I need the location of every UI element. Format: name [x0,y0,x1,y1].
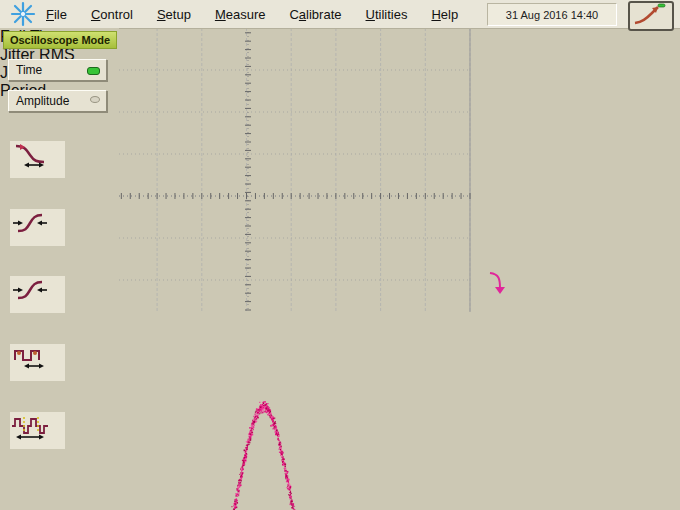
oscilloscope-screen: File Control Setup Measure Calibrate Uti… [0,0,680,510]
mode-header: Oscilloscope Mode [3,31,117,49]
menu-file[interactable]: File [46,7,67,22]
menu-help[interactable]: Help [431,7,458,22]
menu-setup[interactable]: Setup [157,7,191,22]
time-led-icon [87,67,100,75]
trace-end-arrow-icon [488,270,508,298]
menu-utilities[interactable]: Utilities [366,7,408,22]
fall-time-button[interactable] [10,141,65,178]
sidebar: Oscilloscope Mode Time Amplitude Fall Ti… [0,28,119,463]
period-icon [10,344,50,372]
menu-control[interactable]: Control [91,7,133,22]
jitter-pp-button[interactable] [10,276,65,313]
period-button[interactable] [10,344,65,381]
touchscreen-trace-icon[interactable] [628,1,674,31]
menu-measure[interactable]: Measure [215,7,266,22]
time-dropdown[interactable]: Time [8,59,107,81]
datetime-display: 31 Aug 2016 14:40 [487,3,617,26]
agilent-spark-icon [8,1,38,27]
jitter-rms-icon [10,209,50,237]
menu-calibrate[interactable]: Calibrate [289,7,341,22]
jitter-pp-icon [10,276,50,304]
amplitude-led-icon [90,96,100,103]
menu-bar: File Control Setup Measure Calibrate Uti… [0,0,680,29]
pattern-measure-button[interactable] [10,412,65,449]
amplitude-dropdown[interactable]: Amplitude [8,90,107,112]
jitter-rms-button[interactable] [10,209,65,246]
fall-time-icon [10,141,50,169]
pattern-waveform-icon [10,412,50,440]
